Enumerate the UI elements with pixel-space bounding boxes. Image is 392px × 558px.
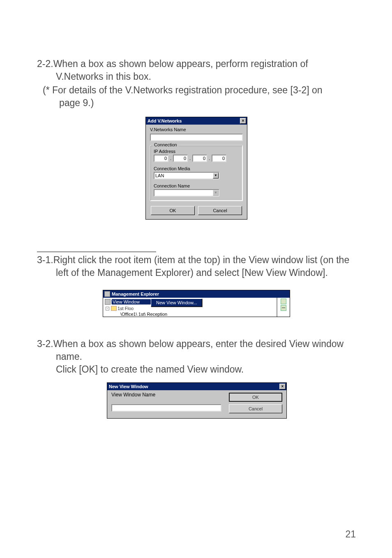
connection-name-select[interactable]	[154, 189, 219, 197]
context-menu: New View Window...	[151, 299, 202, 307]
dialog-title: Add V.Networks	[148, 118, 182, 123]
para-2-2-note2: page 9.)	[37, 97, 356, 109]
cancel-button[interactable]: Cancel	[229, 404, 282, 413]
ip-octet-4[interactable]	[212, 155, 226, 162]
view-window-name-label: View Window Name	[111, 392, 221, 398]
connection-media-select[interactable]	[154, 172, 219, 179]
page-number: 21	[345, 529, 356, 540]
ok-button[interactable]: OK	[229, 393, 282, 402]
close-icon[interactable]: ×	[240, 118, 246, 124]
tree-cutoff-text: \Office1\ 1st\ Reception	[104, 312, 276, 317]
panel-icon	[281, 299, 286, 304]
vnetworks-name-label: V.Networks Name	[150, 127, 243, 132]
tree-root-label: View Window	[113, 299, 140, 304]
tree-root-icon	[105, 299, 111, 305]
tree-child-label[interactable]: 1st Floo	[118, 306, 134, 311]
management-explorer-window: Management Explorer View Window - 1st Fl…	[103, 290, 290, 317]
connection-media-label: Connection Media	[154, 166, 239, 171]
chevron-down-icon[interactable]: ▼	[213, 173, 219, 178]
new-view-window-dialog: New View Window × View Window Name OK Ca…	[107, 382, 287, 419]
vnetworks-name-input[interactable]	[150, 134, 243, 141]
dialog-title: New View Window	[109, 384, 148, 389]
para-3-1: 3-1.Right click the root item (item at t…	[37, 254, 356, 279]
dialog-titlebar: Add V.Networks ×	[146, 117, 247, 125]
section-divider	[37, 252, 156, 252]
ip-address-label: IP Address	[154, 149, 239, 154]
app-icon	[104, 291, 110, 297]
para-2-2-note: (* For details of the V.Networks registr…	[37, 84, 356, 97]
ip-octet-2[interactable]	[173, 155, 188, 162]
para-3-2-line1: 3-2.When a box as shown below appears, e…	[37, 338, 356, 363]
tree-collapse-icon[interactable]	[281, 305, 286, 311]
add-vnetworks-dialog: Add V.Networks × V.Networks Name Connect…	[145, 117, 247, 220]
para-2-2-line1: 2-2.When a box as shown below appears, p…	[37, 58, 356, 83]
connection-group-label: Connection	[153, 142, 178, 147]
connection-group: Connection IP Address . . . Connection M…	[150, 145, 243, 201]
close-icon[interactable]: ×	[279, 384, 286, 389]
cancel-button[interactable]: Cancel	[198, 206, 242, 215]
dialog-titlebar: New View Window ×	[107, 383, 286, 390]
chevron-down-icon: ▼	[213, 190, 219, 196]
menu-new-view-window[interactable]: New View Window...	[151, 299, 202, 306]
window-title: Management Explorer	[112, 292, 159, 296]
right-pane	[277, 298, 290, 317]
folder-icon	[111, 306, 117, 311]
tree-collapse-icon[interactable]: -	[106, 307, 109, 310]
connection-name-label: Connection Name	[154, 183, 239, 188]
window-titlebar: Management Explorer	[103, 290, 290, 298]
para-3-2-line2: Click [OK] to create the named View wind…	[37, 363, 356, 376]
ok-button[interactable]: OK	[151, 206, 195, 215]
view-window-name-input[interactable]	[111, 404, 221, 412]
ip-octet-3[interactable]	[192, 155, 207, 162]
ip-octet-1[interactable]	[154, 155, 168, 162]
